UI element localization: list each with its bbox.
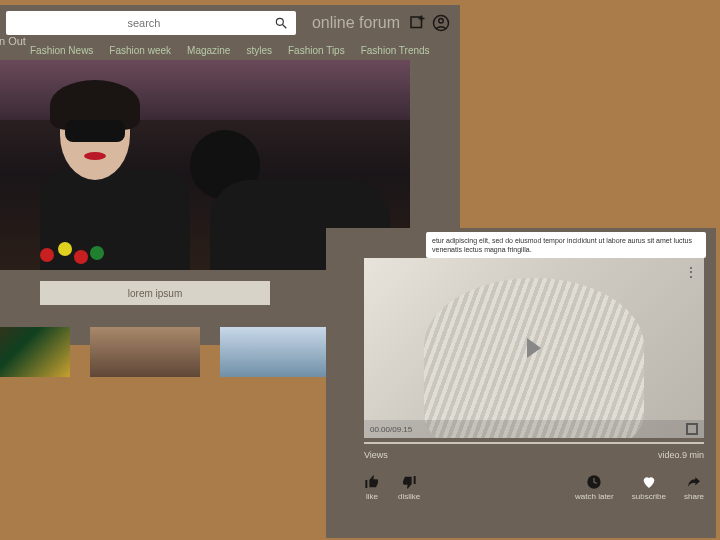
- thumbnail[interactable]: [220, 327, 330, 377]
- brand-name: Fashion Out: [0, 35, 26, 47]
- time-bar: 00.00/09.15: [364, 420, 704, 438]
- header-actions: [408, 14, 450, 32]
- subscribe-button[interactable]: subscribe: [632, 474, 666, 501]
- forum-label: online forum: [312, 14, 400, 32]
- kebab-menu-icon[interactable]: ⋮: [684, 264, 698, 280]
- hero-decoration: [40, 240, 120, 270]
- like-label: like: [366, 492, 378, 501]
- like-button[interactable]: like: [364, 474, 380, 501]
- share-label: share: [684, 492, 704, 501]
- svg-point-0: [276, 18, 283, 25]
- dislike-label: dislike: [398, 492, 420, 501]
- progress-bar[interactable]: [364, 442, 704, 444]
- subscribe-label: subscribe: [632, 492, 666, 501]
- thumbs-up-icon: [364, 474, 380, 490]
- views-label: Views: [364, 450, 388, 460]
- watch-later-label: watch later: [575, 492, 614, 501]
- watch-later-button[interactable]: watch later: [575, 474, 614, 501]
- share-icon: [686, 474, 702, 490]
- action-bar: like dislike watch later subscribe share: [364, 474, 704, 501]
- thumbnail[interactable]: [0, 327, 70, 377]
- fullscreen-icon[interactable]: [686, 423, 698, 435]
- clock-icon: [586, 474, 602, 490]
- video-thumbnail: [424, 278, 644, 438]
- search-bar[interactable]: [6, 11, 296, 35]
- dislike-button[interactable]: dislike: [398, 474, 420, 501]
- hero-figure: [60, 90, 180, 250]
- svg-point-6: [439, 19, 444, 24]
- account-icon[interactable]: [432, 14, 450, 32]
- search-icon[interactable]: [274, 16, 288, 30]
- tab-fashion-news[interactable]: Fashion News: [30, 45, 93, 56]
- search-input[interactable]: [14, 17, 274, 29]
- top-bar: online forum: [0, 5, 460, 41]
- tooltip: etur adipiscing elit, sed do eiusmod tem…: [426, 232, 706, 258]
- trending-thumbnails: [0, 327, 330, 377]
- heart-icon: [641, 474, 657, 490]
- duration-label: video.9 min: [658, 450, 704, 460]
- svg-line-1: [283, 25, 287, 29]
- thumbs-down-icon: [401, 474, 417, 490]
- play-icon[interactable]: [527, 338, 541, 358]
- tab-styles[interactable]: styles: [246, 45, 272, 56]
- tab-magazine[interactable]: Magazine: [187, 45, 230, 56]
- video-player[interactable]: ⋮ 00.00/09.15: [364, 258, 704, 438]
- tab-fashion-tips[interactable]: Fashion Tips: [288, 45, 345, 56]
- hero-cta-button[interactable]: lorem ipsum: [40, 281, 270, 305]
- upload-icon[interactable]: [408, 14, 426, 32]
- tab-fashion-trends[interactable]: Fashion Trends: [361, 45, 430, 56]
- time-display: 00.00/09.15: [370, 425, 412, 434]
- tab-fashion-week[interactable]: Fashion week: [109, 45, 171, 56]
- thumbnail[interactable]: [90, 327, 200, 377]
- video-window: etur adipiscing elit, sed do eiusmod tem…: [326, 228, 716, 538]
- video-meta-row: Views video.9 min: [364, 450, 704, 460]
- share-button[interactable]: share: [684, 474, 704, 501]
